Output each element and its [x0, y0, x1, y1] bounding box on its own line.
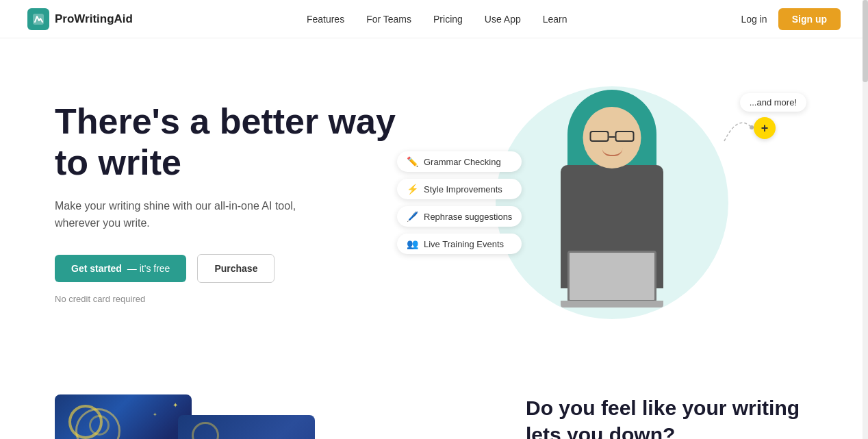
pill-training-label: Live Training Events — [424, 239, 504, 249]
rephrase-icon: 🖊️ — [407, 211, 418, 222]
pill-rephrase: 🖊️ Rephrase suggestions — [397, 206, 522, 227]
nav-learn[interactable]: Learn — [543, 14, 567, 25]
hero-left: There's a better way to write Make your … — [55, 101, 411, 304]
second-right: Do you feel like your writing lets you d… — [526, 394, 813, 439]
laptop-display — [567, 251, 656, 302]
pill-grammar-label: Grammar Checking — [424, 157, 501, 167]
scrollbar-thumb[interactable] — [863, 0, 868, 82]
pill-style: ⚡ Style Improvements — [397, 179, 522, 199]
purchase-button[interactable]: Purchase — [197, 254, 275, 283]
nav-right: Log in Sign up — [741, 8, 841, 30]
hero-title: There's a better way to write — [55, 101, 411, 184]
style-icon: ⚡ — [407, 184, 418, 195]
logo-icon — [27, 8, 49, 30]
navbar: ProWritingAid Features For Teams Pricing… — [0, 0, 868, 38]
page-scrollbar[interactable] — [863, 0, 868, 439]
person-head — [583, 107, 641, 168]
nav-pricing[interactable]: Pricing — [433, 14, 463, 25]
person-smile — [602, 148, 622, 156]
curved-line-decoration — [717, 107, 758, 148]
feature-pills: ✏️ Grammar Checking ⚡ Style Improvements… — [397, 151, 522, 254]
no-cc-text: No credit card required — [55, 294, 411, 304]
nav-features[interactable]: Features — [307, 14, 344, 25]
star-1: ✦ — [173, 401, 178, 409]
second-title: Do you feel like your writing lets you d… — [526, 394, 813, 439]
nav-links: Features For Teams Pricing Use App Learn — [307, 13, 567, 25]
second-section: ✦ ✦ My idea in my head Do you feel like … — [0, 353, 868, 439]
pill-grammar: ✏️ Grammar Checking — [397, 151, 522, 172]
swirl-3 — [192, 422, 219, 439]
painting-card-1: ✦ ✦ — [55, 394, 192, 439]
swirl-2 — [89, 415, 110, 436]
login-button[interactable]: Log in — [741, 14, 767, 25]
hero-right: ✏️ Grammar Checking ⚡ Style Improvements… — [411, 79, 813, 326]
laptop-screen — [567, 251, 656, 302]
pill-rephrase-label: Rephrase suggestions — [424, 212, 512, 222]
pill-training: 👥 Live Training Events — [397, 234, 522, 254]
plus-badge: + — [754, 117, 776, 139]
signup-button[interactable]: Sign up — [778, 8, 841, 30]
hero-section: There's a better way to write Make your … — [0, 38, 868, 353]
get-started-button[interactable]: Get started — it's free — [55, 255, 186, 282]
logo-text: ProWritingAid — [55, 12, 133, 26]
glasses-right — [615, 131, 635, 142]
second-left: ✦ ✦ My idea in my head — [55, 394, 471, 439]
nav-for-teams[interactable]: For Teams — [366, 14, 411, 25]
star-2: ✦ — [153, 412, 157, 418]
more-bubble: ...and more! — [740, 93, 806, 112]
hero-subtitle: Make your writing shine with our all-in-… — [55, 197, 342, 232]
glasses-bridge — [609, 136, 615, 138]
glasses-left — [590, 131, 609, 142]
pill-style-label: Style Improvements — [424, 184, 502, 195]
training-icon: 👥 — [407, 238, 418, 249]
laptop-base — [561, 301, 663, 308]
painting-card-2 — [178, 415, 315, 439]
nav-use-app[interactable]: Use App — [485, 14, 521, 25]
grammar-icon: ✏️ — [407, 156, 418, 167]
cta-suffix: — it's free — [127, 263, 170, 274]
logo-link[interactable]: ProWritingAid — [27, 8, 133, 30]
person-illustration — [537, 90, 687, 316]
hero-buttons: Get started — it's free Purchase — [55, 254, 411, 283]
